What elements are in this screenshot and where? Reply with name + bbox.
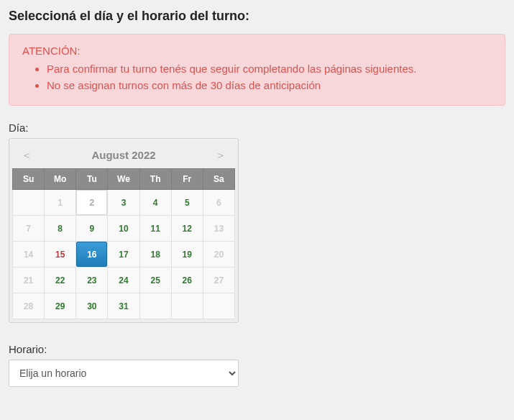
calendar-day[interactable]: 24	[108, 268, 139, 293]
alert-heading: ATENCIÓN:	[22, 45, 492, 57]
calendar-month-year: August 2022	[91, 149, 155, 161]
calendar-day[interactable]: 19	[171, 242, 203, 268]
next-month-button[interactable]: >	[212, 150, 229, 161]
calendar-day[interactable]: 10	[108, 216, 139, 242]
day-label: Día:	[9, 122, 505, 134]
calendar-day[interactable]: 9	[76, 216, 108, 242]
weekday-header: Fr	[171, 169, 203, 190]
calendar-day	[171, 293, 203, 319]
calendar-day[interactable]: 22	[45, 268, 76, 293]
calendar-day-today[interactable]: 2	[76, 190, 108, 216]
alert-item: No se asignan turnos con más de 30 días …	[47, 78, 492, 94]
calendar-day: 15	[45, 242, 76, 268]
calendar-day[interactable]: 17	[108, 242, 139, 268]
calendar-header: < August 2022 >	[12, 142, 235, 168]
weekday-header: Sa	[203, 169, 234, 190]
calendar-day: 7	[13, 216, 45, 242]
alert-list: Para confirmar tu turno tenés que seguir…	[22, 61, 492, 93]
weekday-header: Mo	[45, 169, 76, 190]
calendar-day[interactable]: 29	[45, 293, 76, 319]
weekday-header: Su	[13, 169, 45, 190]
calendar-day[interactable]: 4	[139, 190, 171, 216]
calendar-day[interactable]: 5	[171, 190, 203, 216]
prev-month-button[interactable]: <	[18, 150, 35, 161]
weekday-header: Tu	[76, 169, 108, 190]
calendar-day[interactable]: 8	[45, 216, 76, 242]
weekday-header: We	[108, 169, 139, 190]
alert-item: Para confirmar tu turno tenés que seguir…	[47, 61, 492, 78]
calendar-day[interactable]: 23	[76, 268, 108, 293]
calendar-day[interactable]: 11	[139, 216, 171, 242]
calendar-grid: Su Mo Tu We Th Fr Sa 1234567891011121314…	[12, 168, 235, 319]
calendar-day	[139, 293, 171, 319]
calendar-day: 1	[45, 190, 76, 216]
calendar-day	[13, 190, 45, 216]
time-select[interactable]: Elija un horario	[9, 360, 239, 387]
calendar-day-selected[interactable]: 16	[76, 242, 108, 268]
calendar-day[interactable]: 25	[139, 268, 171, 293]
calendar-day: 21	[13, 268, 45, 293]
page-title: Seleccioná el día y el horario del turno…	[9, 9, 505, 24]
calendar-day[interactable]: 18	[139, 242, 171, 268]
attention-alert: ATENCIÓN: Para confirmar tu turno tenés …	[9, 34, 505, 106]
calendar-day: 27	[203, 268, 234, 293]
calendar-day[interactable]: 3	[108, 190, 139, 216]
calendar-day: 14	[13, 242, 45, 268]
calendar-day	[203, 293, 234, 319]
calendar-day: 6	[203, 190, 234, 216]
weekday-header: Th	[139, 169, 171, 190]
calendar-day[interactable]: 12	[171, 216, 203, 242]
calendar-day[interactable]: 26	[171, 268, 203, 293]
calendar-day[interactable]: 31	[108, 293, 139, 319]
time-label: Horario:	[9, 343, 505, 355]
calendar: < August 2022 > Su Mo Tu We Th Fr Sa 123…	[9, 138, 239, 323]
calendar-day: 13	[203, 216, 234, 242]
calendar-day[interactable]: 30	[76, 293, 108, 319]
calendar-day: 20	[203, 242, 234, 268]
calendar-day: 28	[13, 293, 45, 319]
